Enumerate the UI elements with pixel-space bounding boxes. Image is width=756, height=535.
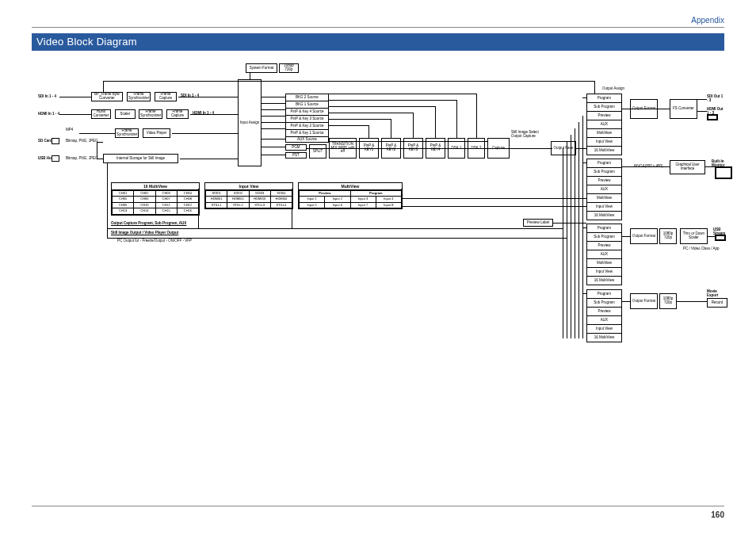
internal-storage-box: Internal Storage for Still Image [103, 154, 178, 163]
monitor-icon [715, 166, 732, 179]
thru-scaler-box: Thru or Down Scaler [680, 228, 708, 244]
frame-sync-1: Frame Synchronizer [127, 92, 151, 101]
sdi-in-label: SDI In 1 - 4 [38, 95, 56, 99]
hdmi-in-label: HDMI In 1 - 4 [38, 113, 59, 117]
output-fade-box: Output Fade [551, 141, 576, 155]
output-bus-3: Program Sub Program Preview AUX MultiVie… [586, 224, 622, 285]
sdi-out-label: SDI Out 1 - 3 [707, 95, 724, 103]
footer-capture-label: Output Capture Program, Sub Program, AUX [111, 222, 186, 226]
page-title: Video Block Diagram [32, 33, 724, 51]
multiview-pp-grid: MultiView PreviewProgram Input 1Input 2I… [298, 182, 403, 209]
scaler-box: Scaler [115, 109, 136, 119]
diagram-canvas: SDI In 1 - 4 HDMI In 1 - 4 SD Card Bitma… [32, 55, 724, 495]
frame-sync-3: Frame Synchronizer [115, 128, 139, 138]
system-format-box: System Format [246, 63, 277, 73]
bottom-rule [32, 506, 724, 506]
filetypes-label-2: Bitmap, PNG, JPEG [66, 157, 98, 161]
hdmi-out-icon [707, 114, 718, 120]
frame-sync-2: Frame Synchronizer [139, 109, 162, 119]
output-format-3: Output Format [630, 228, 658, 244]
output-bus-2: Program Sub Program Preview AUX MultiVie… [586, 159, 622, 220]
pc-note-label: PC / Video Class / App [683, 247, 719, 251]
video-player-box: Video Player [143, 128, 170, 138]
inputview-grid: Input View SDI01SDI02SDI03SDI04 HDMI01HD… [204, 182, 293, 209]
bp-converter-box: BP_Frame Byte Converter [91, 92, 123, 101]
filetypes-label: Bitmap, PNG, JPEG [66, 139, 98, 143]
output-format-3v: 1080p 720p [659, 228, 677, 244]
fs-converter-box: FS Converter [670, 99, 697, 119]
output-assign-label-1: Output Assign [602, 87, 624, 91]
mp4-label: MP4 [66, 128, 73, 132]
split-box: SPLIT [309, 144, 326, 159]
output-format-4: Output Format [630, 293, 658, 309]
frame-capture-1: Frame Capture [155, 92, 177, 101]
gui-box: Graphical User Interface [670, 160, 705, 174]
sdcard-label: SD Card [38, 139, 52, 143]
system-format-values: 1080p 720p [279, 63, 299, 73]
output-bus-1: Program Sub Program Preview AUX MultiVie… [586, 94, 622, 155]
footer-pc-label: PC Output for - Freeze/Output - ON/OFF -… [117, 239, 192, 243]
hdmi-conv-box: HDMI Converter [91, 109, 111, 119]
usb-icon [715, 235, 726, 241]
page-number: 160 [711, 510, 724, 519]
frame-capture-2: Frame Capture [166, 109, 189, 119]
source-stack: BKG 2 Source BKG 1 Source PinP & Key 4 S… [285, 94, 329, 137]
footer-still-label: Still Image Output / Video Player Output [111, 231, 178, 235]
output-bus-4: Program Sub Program Preview AUX Input Vi… [586, 289, 622, 342]
aux-source-box: AUX Source [285, 136, 329, 143]
record-box: Record [707, 298, 727, 308]
input-assign-box: Input Assign [238, 79, 262, 166]
sdcard-icon [52, 138, 59, 144]
capture-note: Still Image Select Output Capture [511, 131, 547, 139]
output-format-4v: 1080p 720p [659, 293, 677, 309]
multiview16-grid: 16 MultiView CH01CH02CH03CH04 CH05CH06CH… [111, 182, 200, 216]
preview-label-box: Preview Label [523, 219, 553, 227]
movie-export-label: Movie Export [707, 290, 724, 298]
appendix-label: Appendix [691, 16, 724, 25]
usbhost-icon [52, 155, 59, 162]
top-rule [32, 27, 724, 28]
pgm-box: PGM [285, 144, 307, 151]
pst-box: PST [285, 152, 307, 159]
